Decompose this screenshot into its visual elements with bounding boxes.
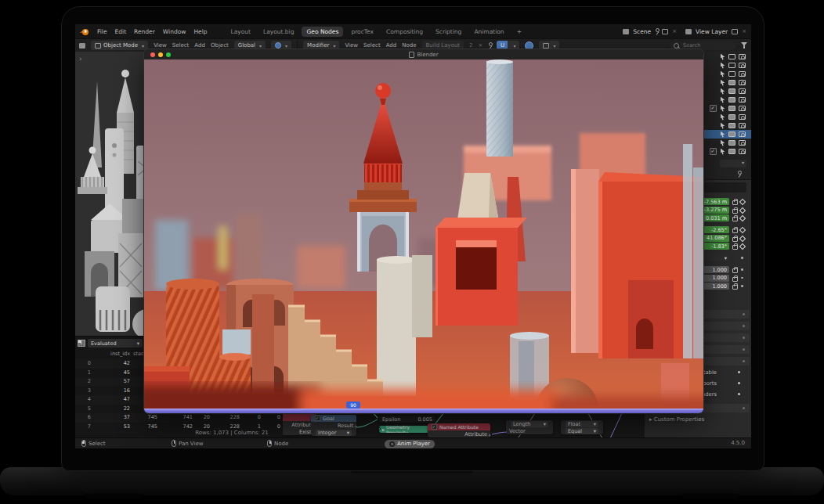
lock-icon[interactable]	[732, 245, 738, 250]
node-goal[interactable]: Goal Result Integer▾	[311, 415, 356, 436]
tree-users-count[interactable]: 2	[469, 42, 472, 49]
menu-file[interactable]: File	[97, 28, 107, 35]
compare-type-dropdown[interactable]: Float▾	[561, 420, 603, 427]
keyframe-icon[interactable]	[739, 199, 746, 205]
mute-checkbox[interactable]	[315, 416, 320, 421]
node-epsilon-field[interactable]: Epsilon0.005	[379, 416, 435, 423]
scene-name[interactable]: Scene	[633, 28, 651, 35]
node-select-menu[interactable]: Select	[363, 42, 381, 49]
viewport-visibility-icon[interactable]	[728, 140, 735, 146]
current-frame-badge[interactable]: 90	[346, 401, 360, 409]
timeline-playhead-strip[interactable]	[144, 409, 703, 413]
pin-icon[interactable]	[655, 28, 658, 34]
render-visibility-icon[interactable]	[739, 106, 746, 111]
outliner-search[interactable]	[670, 41, 735, 50]
close-window-button[interactable]	[150, 52, 155, 57]
selectable-icon[interactable]	[720, 106, 725, 112]
remove-view-layer-icon[interactable]: ×	[742, 28, 746, 34]
menu-help[interactable]: Help	[193, 28, 207, 35]
node-menu[interactable]: Node	[402, 42, 416, 49]
selectable-icon[interactable]	[720, 131, 725, 138]
collection-checkbox[interactable]	[710, 148, 717, 155]
animate-dot[interactable]	[741, 285, 743, 287]
new-scene-icon[interactable]	[662, 29, 668, 34]
render-visibility-icon[interactable]	[739, 131, 746, 137]
animate-dot[interactable]	[738, 393, 740, 395]
proportional-editing-icon[interactable]	[525, 41, 533, 50]
compare-operation-dropdown[interactable]: Equal▾	[561, 427, 603, 434]
view-menu[interactable]: View	[154, 42, 167, 49]
viewport-visibility-icon[interactable]	[728, 106, 735, 111]
render-visibility-icon[interactable]	[739, 54, 746, 59]
render-visibility-icon[interactable]	[739, 80, 746, 85]
table-row[interactable]: 6377457412022800	[75, 413, 283, 423]
length-mode-dropdown[interactable]: Length▾	[506, 420, 553, 427]
search-input[interactable]	[681, 41, 724, 49]
animate-dot[interactable]	[741, 277, 743, 279]
node-field-integer[interactable]: Integer▾	[311, 429, 356, 436]
zoom-window-button[interactable]	[166, 52, 171, 57]
keyframe-icon[interactable]	[739, 207, 746, 213]
lock-icon[interactable]	[732, 285, 738, 290]
render-visibility-icon[interactable]	[739, 140, 746, 146]
minimize-window-button[interactable]	[158, 52, 163, 57]
node-add-menu[interactable]: Add	[386, 42, 397, 49]
custom-properties-panel[interactable]: ▸ Custom Properties	[649, 416, 704, 423]
render-visibility-icon[interactable]	[739, 149, 746, 154]
lock-icon[interactable]	[732, 277, 738, 282]
tab-scripting[interactable]: Scripting	[431, 27, 466, 37]
viewport-visibility-icon[interactable]	[728, 88, 735, 94]
lock-icon[interactable]	[732, 217, 738, 221]
view-layer-icon[interactable]	[685, 29, 692, 34]
unlink-tree-icon[interactable]: ×	[479, 42, 483, 49]
epsilon-row[interactable]: Epsilon0.005	[379, 416, 435, 423]
node-goal-header[interactable]: Goal	[311, 415, 356, 422]
viewport-visibility-icon[interactable]	[728, 131, 735, 137]
node-view-menu[interactable]: View	[345, 42, 358, 49]
menu-window[interactable]: Window	[163, 28, 186, 35]
node-named-attribute[interactable]: Named Attribute Attribute	[428, 423, 490, 437]
node-compare[interactable]: Float▾ Equal▾	[561, 420, 603, 434]
keyframe-icon[interactable]	[739, 243, 746, 250]
object-menu[interactable]: Object	[211, 42, 229, 49]
column-inst-idx[interactable]: inst_idx	[91, 351, 130, 357]
selectable-icon[interactable]	[720, 140, 725, 146]
tab-geo-nodes[interactable]: Geo Nodes	[302, 27, 343, 37]
keyframe-icon[interactable]	[739, 235, 746, 241]
lock-icon[interactable]	[732, 200, 738, 205]
viewport-visibility-icon[interactable]	[728, 149, 735, 154]
display-mode-dropdown[interactable]: ▾	[720, 160, 746, 167]
render-window[interactable]: Blender	[144, 49, 703, 413]
object-mode-dropdown[interactable]: Object Mode	[91, 41, 148, 50]
tab-layout-big[interactable]: Layout.big	[258, 27, 299, 37]
tab-compositing[interactable]: Compositing	[381, 27, 428, 37]
viewport-visibility-icon[interactable]	[728, 114, 735, 120]
selectable-icon[interactable]	[720, 97, 725, 103]
render-visibility-icon[interactable]	[739, 63, 746, 68]
render-visibility-icon[interactable]	[739, 71, 746, 77]
selectable-icon[interactable]	[720, 71, 725, 77]
viewport-visibility-icon[interactable]	[728, 80, 735, 85]
spreadsheet-editor-icon[interactable]	[78, 340, 85, 347]
selectable-icon[interactable]	[720, 149, 725, 155]
render-visibility-icon[interactable]	[739, 97, 746, 103]
editor-type-icon[interactable]	[79, 43, 85, 49]
animate-dot[interactable]	[738, 371, 740, 373]
selectable-icon[interactable]	[720, 54, 725, 60]
render-window-titlebar[interactable]: Blender	[144, 49, 703, 59]
collection-checkbox[interactable]	[710, 105, 717, 112]
scene-icon[interactable]	[623, 29, 629, 34]
named-attribute-header[interactable]: Named Attribute	[428, 423, 490, 430]
selectable-icon[interactable]	[720, 88, 725, 95]
tab-proctex[interactable]: procTex	[346, 27, 378, 37]
select-menu[interactable]: Select	[172, 42, 190, 49]
render-visibility-icon[interactable]	[739, 114, 746, 120]
lock-icon[interactable]	[732, 237, 738, 242]
tab-animation[interactable]: Animation	[469, 27, 508, 37]
keyframe-icon[interactable]	[739, 227, 746, 233]
pin-tree-icon[interactable]	[488, 42, 491, 49]
dataset-dropdown[interactable]: Evaluated▾	[88, 339, 143, 347]
anim-player-job[interactable]: ×Anim Player	[385, 440, 435, 448]
selectable-icon[interactable]	[720, 80, 725, 86]
viewport-visibility-icon[interactable]	[728, 97, 735, 103]
